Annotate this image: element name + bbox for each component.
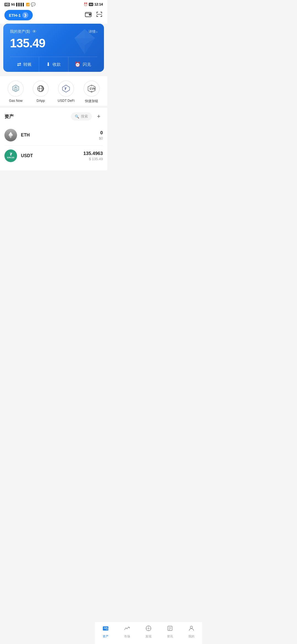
transfer-button[interactable]: ⇄ 转账	[10, 57, 39, 72]
balance-card: 我的资产($) 👁 详情 › 135.49 ⇄ 转账 ⬇ 收款 ⏰ 闪兑	[3, 24, 104, 72]
usdt-logo: ₮ ERC20	[4, 149, 17, 162]
status-bar: HD 5G ▌▌▌▌ 📶 💬 ⏰ 64 12:14	[0, 0, 107, 8]
add-asset-button[interactable]: +	[95, 112, 103, 121]
eth-name: ETH	[21, 133, 30, 138]
svg-text:+: +	[90, 14, 91, 15]
assets-section: 资产 🔍 搜索 + ETH 0 $0	[0, 108, 107, 170]
svg-text:₮: ₮	[64, 87, 67, 91]
asset-item-eth[interactable]: ETH 0 $0	[4, 125, 103, 146]
eth-balance: 0	[99, 130, 103, 136]
receive-icon: ⬇	[46, 61, 50, 67]
app-header: ETH-1 ❯ +	[0, 8, 107, 24]
network-signal: 5G	[11, 3, 15, 6]
assets-controls: 🔍 搜索 +	[71, 112, 103, 121]
hd-label: HD	[4, 3, 10, 6]
usdt-balance: 135.4963	[83, 151, 103, 156]
svg-marker-8	[85, 29, 95, 38]
alarm-icon: ⏰	[84, 2, 88, 6]
wechat-icon: 💬	[31, 2, 35, 7]
quick-item-dapp[interactable]: DApp	[33, 81, 49, 103]
dapp-label: DApp	[37, 99, 45, 103]
network-selector[interactable]: ETH-1 ❯	[4, 10, 33, 20]
wallet-add-icon[interactable]: +	[85, 11, 92, 20]
quick-item-gas-now[interactable]: Gas Now	[8, 81, 24, 103]
balance-label: 我的资产($) 👁	[10, 29, 37, 34]
transfer-icon: ⇄	[17, 61, 21, 67]
gas-now-icon-wrap	[8, 81, 24, 97]
search-bar[interactable]: 🔍 搜索	[71, 112, 92, 121]
eth-amount: 0 $0	[99, 130, 103, 140]
network-arrow: ❯	[22, 12, 28, 18]
battery-indicator: 64	[89, 3, 93, 6]
scan-icon[interactable]	[96, 11, 103, 20]
search-icon: 🔍	[75, 114, 79, 119]
assets-header: 资产 🔍 搜索 +	[4, 112, 103, 121]
asset-item-usdt[interactable]: ₮ ERC20 USDT 135.4963 $ 135.49	[4, 146, 103, 166]
svg-text:EVM: EVM	[90, 87, 96, 90]
quick-access-grid: Gas Now DApp ₮ USDT DeFi EVM	[0, 76, 107, 106]
flash-swap-button[interactable]: ⏰ 闪兑	[68, 57, 97, 72]
eth-usd: $0	[99, 136, 103, 140]
header-action-icons: +	[85, 11, 103, 20]
receive-button[interactable]: ⬇ 收款	[39, 57, 68, 72]
quick-chain-icon-wrap: EVM	[84, 81, 100, 97]
network-label: ETH-1	[9, 13, 21, 18]
quick-item-quick-chain[interactable]: EVM 快捷加链	[84, 81, 100, 103]
wifi-icon: 📶	[26, 3, 30, 6]
eth-logo	[4, 129, 17, 141]
search-placeholder: 搜索	[81, 114, 88, 119]
quick-item-usdt-defi[interactable]: ₮ USDT DeFi	[58, 81, 75, 103]
status-left: HD 5G ▌▌▌▌ 📶 💬	[4, 2, 35, 7]
quick-chain-label: 快捷加链	[85, 99, 98, 103]
flash-icon: ⏰	[75, 61, 81, 67]
usdt-usd: $ 135.49	[83, 157, 103, 161]
time-display: 12:14	[94, 2, 103, 6]
eye-icon[interactable]: 👁	[32, 29, 37, 34]
svg-marker-9	[75, 29, 85, 38]
dapp-icon-wrap	[33, 81, 49, 97]
action-bar: ⇄ 转账 ⬇ 收款 ⏰ 闪兑	[10, 57, 97, 72]
usdt-defi-icon-wrap: ₮	[58, 81, 74, 97]
signal-bars: ▌▌▌▌	[16, 3, 25, 6]
gas-now-label: Gas Now	[9, 99, 23, 103]
assets-title: 资产	[4, 113, 14, 120]
usdt-defi-label: USDT DeFi	[58, 99, 75, 103]
usdt-name: USDT	[21, 153, 33, 158]
status-right: ⏰ 64 12:14	[84, 2, 103, 6]
usdt-amount: 135.4963 $ 135.49	[83, 151, 103, 161]
